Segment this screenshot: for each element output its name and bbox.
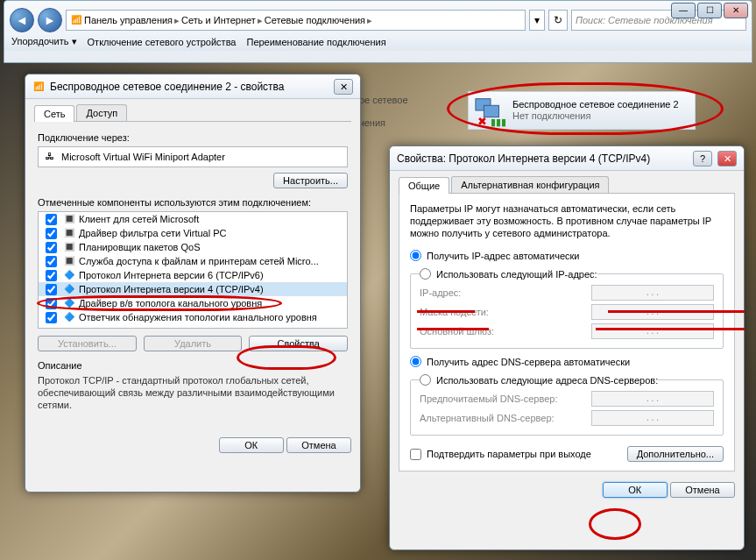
ip-address-label: IP-адрес: <box>420 287 586 298</box>
component-checkbox[interactable] <box>46 242 57 253</box>
component-checkbox[interactable] <box>46 270 57 281</box>
remove-button[interactable]: Удалить <box>144 336 243 351</box>
tab-network[interactable]: Сеть <box>34 105 74 122</box>
ok-button[interactable]: ОК <box>603 482 668 498</box>
configure-button[interactable]: Настроить... <box>273 173 348 188</box>
list-item[interactable]: Служба доступа к файлам и принтерам сете… <box>79 256 319 266</box>
auto-ip-label: Получить IP-адрес автоматически <box>427 251 579 261</box>
confirm-exit-checkbox[interactable] <box>410 449 421 460</box>
toolbar-rename[interactable]: Переименование подключения <box>246 37 385 47</box>
window-maximize-button[interactable]: ☐ <box>697 3 722 18</box>
crumb-2[interactable]: Сеть и Интернет <box>181 15 256 25</box>
connection-status: Нет подключения <box>512 110 679 122</box>
adapter-icon: 🖧 <box>44 151 56 163</box>
bg-connection-partial: ое сетевое чения <box>359 95 408 128</box>
auto-dns-radio[interactable] <box>410 356 421 367</box>
ok-button[interactable]: ОК <box>219 437 284 453</box>
chevron-icon: ▸ <box>174 15 180 26</box>
gateway-input: . . . <box>591 323 714 339</box>
toolbar-organize[interactable]: Упорядочить ▾ <box>11 36 77 47</box>
list-item[interactable]: Драйвер в/в тополога канального уровня <box>79 298 262 308</box>
list-item[interactable]: Клиент для сетей Microsoft <box>79 214 199 224</box>
auto-ip-radio[interactable] <box>410 250 421 261</box>
breadcrumb[interactable]: 📶 Панель управления ▸ Сеть и Интернет ▸ … <box>66 10 526 31</box>
gateway-label: Основной шлюз: <box>420 326 586 337</box>
pref-dns-input: . . . <box>591 391 714 407</box>
component-checkbox[interactable] <box>46 284 57 295</box>
pref-dns-label: Предпочитаемый DNS-сервер: <box>420 393 586 404</box>
alt-dns-input: . . . <box>591 410 714 426</box>
explorer-toolbar: Упорядочить ▾ Отключение сетевого устрой… <box>4 32 752 51</box>
components-label: Отмеченные компоненты используются этим … <box>38 194 348 211</box>
chevron-icon: ▸ <box>258 15 263 26</box>
protocol-icon: 🔷 <box>63 269 75 281</box>
component-checkbox[interactable] <box>46 312 57 323</box>
advanced-button[interactable]: Дополнительно... <box>627 446 724 462</box>
connect-via-label: Подключение через: <box>38 129 348 146</box>
window-close-button[interactable]: ✕ <box>724 3 748 18</box>
network-icon: 📶 <box>70 14 82 26</box>
explorer-window: — ☐ ✕ ◄ ► 📶 Панель управления ▸ Сеть и И… <box>4 0 752 63</box>
network-icon: 📶 <box>32 81 45 93</box>
forward-button[interactable]: ► <box>38 8 62 32</box>
intro-text: Параметры IP могут назначаться автоматич… <box>410 202 724 239</box>
service-icon: 🔳 <box>63 241 75 253</box>
tab-general[interactable]: Общие <box>399 177 449 194</box>
chevron-icon: ▸ <box>367 15 372 26</box>
connection-name: Беспроводное сетевое соединение 2 <box>512 99 679 110</box>
list-item[interactable]: Протокол Интернета версии 6 (TCP/IPv6) <box>79 270 264 280</box>
tab-access[interactable]: Доступ <box>76 104 127 121</box>
list-item[interactable]: Планировщик пакетов QoS <box>79 242 201 252</box>
window-minimize-button[interactable]: — <box>671 3 696 18</box>
protocol-icon: 🔷 <box>63 311 75 323</box>
mask-input: . . . <box>591 304 714 320</box>
wireless-connection-card[interactable]: ✖▮▮▮ Беспроводное сетевое соединение 2 Н… <box>468 91 696 130</box>
install-button[interactable]: Установить... <box>38 336 137 351</box>
refresh-icon[interactable]: ↻ <box>548 10 568 31</box>
adapter-box: 🖧 Microsoft Virtual WiFi Miniport Adapte… <box>38 146 348 167</box>
auto-dns-label: Получить адрес DNS-сервера автоматически <box>427 357 630 367</box>
connection-properties-dialog: 📶 Беспроводное сетевое соединение 2 - св… <box>25 74 361 493</box>
alt-dns-label: Альтернативный DNS-сервер: <box>420 413 586 423</box>
service-icon: 🔳 <box>63 255 75 267</box>
protocol-icon: 🔷 <box>63 297 75 309</box>
tab-alternate[interactable]: Альтернативная конфигурация <box>451 176 609 193</box>
crumb-1[interactable]: Панель управления <box>84 15 173 25</box>
component-checkbox[interactable] <box>46 214 57 225</box>
components-list[interactable]: 🔳Клиент для сетей Microsoft 🔳Драйвер фил… <box>38 211 348 329</box>
adapter-name: Microsoft Virtual WiFi Miniport Adapter <box>61 152 225 162</box>
mask-label: Маска подсети: <box>420 307 586 317</box>
description-heading: Описание <box>38 358 348 374</box>
close-button[interactable]: ✕ <box>334 79 353 95</box>
list-item[interactable]: Драйвер фильтра сети Virtual PC <box>79 228 226 238</box>
network-adapter-icon: ✖▮▮▮ <box>474 94 507 127</box>
properties-button[interactable]: Свойства <box>249 336 348 351</box>
component-checkbox[interactable] <box>46 228 57 239</box>
confirm-exit-label: Подтвердить параметры при выходе <box>427 449 591 459</box>
close-button[interactable]: ✕ <box>717 151 737 167</box>
protocol-icon: 🔷 <box>63 283 75 295</box>
toolbar-disable[interactable]: Отключение сетевого устройства <box>88 37 237 47</box>
dialog-title: Беспроводное сетевое соединение 2 - свой… <box>50 81 285 93</box>
help-button[interactable]: ? <box>693 151 712 167</box>
component-checkbox[interactable] <box>46 298 57 309</box>
component-checkbox[interactable] <box>46 256 57 267</box>
cancel-button[interactable]: Отмена <box>286 437 351 453</box>
ip-address-input: . . . <box>591 285 714 301</box>
use-dns-label: Использовать следующие адреса DNS-сервер… <box>436 375 658 386</box>
svg-text:▮▮▮: ▮▮▮ <box>491 117 506 127</box>
use-dns-radio[interactable] <box>420 374 431 386</box>
dialog-title: Свойства: Протокол Интернета версии 4 (T… <box>397 152 650 165</box>
svg-text:✖: ✖ <box>477 115 487 127</box>
description-text: Протокол TCP/IP - стандартный протокол г… <box>38 374 348 411</box>
dropdown-icon[interactable]: ▾ <box>529 10 545 31</box>
ipv4-properties-dialog: Свойства: Протокол Интернета версии 4 (T… <box>389 145 745 550</box>
crumb-3[interactable]: Сетевые подключения <box>265 15 365 25</box>
service-icon: 🔳 <box>63 227 75 239</box>
use-ip-radio[interactable] <box>420 268 431 280</box>
list-item[interactable]: Протокол Интернета версии 4 (TCP/IPv4) <box>79 284 264 294</box>
list-item[interactable]: Ответчик обнаружения топологии канальног… <box>79 312 317 323</box>
back-button[interactable]: ◄ <box>10 8 34 32</box>
service-icon: 🔳 <box>63 213 75 225</box>
cancel-button[interactable]: Отмена <box>670 482 735 498</box>
